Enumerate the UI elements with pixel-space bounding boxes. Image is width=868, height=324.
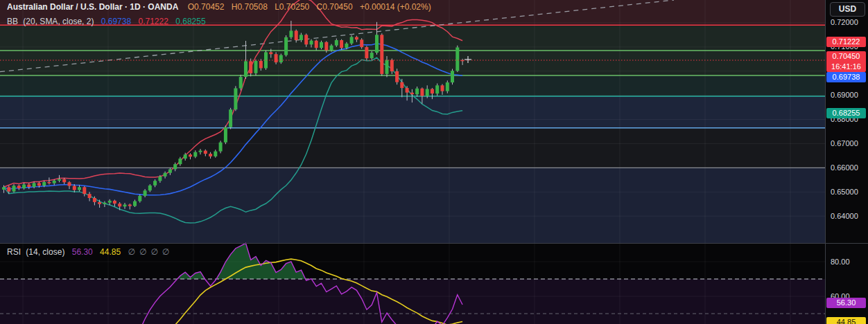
ohlc-low: L0.70250 — [275, 2, 309, 12]
empty-plot-icon: ∅ — [128, 247, 134, 257]
ohlc-open: O0.70452 — [188, 2, 225, 12]
price-badge: 0.69738 — [826, 72, 866, 82]
chart-canvas[interactable] — [0, 0, 868, 324]
rsi-value-badge: 56.30 — [826, 298, 866, 308]
ohlc-close: C0.70450 — [317, 2, 353, 12]
symbol-title: Australian Dollar / U.S. Dollar · 1D · O… — [7, 2, 178, 12]
rsi-indicator-legend[interactable]: RSI (14, close) 56.30 44.85 ∅∅∅∅ — [7, 247, 178, 257]
rsi-name: RSI — [7, 247, 21, 257]
price-change: +0.00014 (+0.02%) — [360, 2, 431, 12]
rsi-tick: 80.00 — [831, 257, 850, 267]
price-tick: 0.64000 — [831, 211, 858, 222]
empty-plot-icon: ∅ — [150, 247, 157, 257]
rsi-ma-value: 44.85 — [100, 247, 121, 257]
ohlc-high: H0.70508 — [232, 2, 268, 12]
bb-indicator-legend[interactable]: BB (20, SMA, close, 2) 0.69738 0.71222 0… — [7, 17, 211, 26]
rsi-band-fill — [0, 279, 825, 324]
empty-plot-icon: ∅ — [162, 247, 169, 257]
bb-name: BB — [7, 17, 18, 26]
bb-lower-value: 0.68255 — [175, 17, 205, 26]
empty-plot-icon: ∅ — [139, 247, 146, 257]
symbol-legend[interactable]: Australian Dollar / U.S. Dollar · 1D · O… — [7, 2, 436, 12]
bb-basis-value: 0.69738 — [101, 17, 131, 26]
rsi-value-badge: 44.85 — [826, 317, 866, 324]
price-badge: 0.71222 — [826, 37, 866, 47]
countdown-timer: 16:41:16 — [826, 62, 866, 72]
rsi-empty-plots: ∅∅∅∅ — [128, 247, 173, 257]
price-tick: 0.66000 — [831, 163, 858, 173]
bb-params: (20, SMA, close, 2) — [23, 17, 94, 26]
rsi-params: (14, close) — [26, 247, 64, 257]
bb-upper-value: 0.71222 — [138, 17, 168, 26]
price-scale[interactable]: 0.720000.710000.690000.680000.670000.660… — [825, 0, 868, 324]
navy-zone-upper[interactable] — [0, 96, 825, 128]
price-tick: 0.65000 — [831, 187, 858, 197]
rsi-value: 56.30 — [72, 247, 93, 257]
trading-chart-app: Australian Dollar / U.S. Dollar · 1D · O… — [0, 0, 868, 324]
price-tick: 0.67000 — [831, 138, 858, 149]
price-badge: 0.68255 — [826, 108, 866, 118]
price-tick: 0.72000 — [831, 17, 858, 28]
last-price-badge: 0.7045016:41:16 — [826, 51, 866, 72]
price-tick: 0.69000 — [831, 90, 858, 100]
currency-toggle-button[interactable]: USD — [830, 2, 865, 17]
